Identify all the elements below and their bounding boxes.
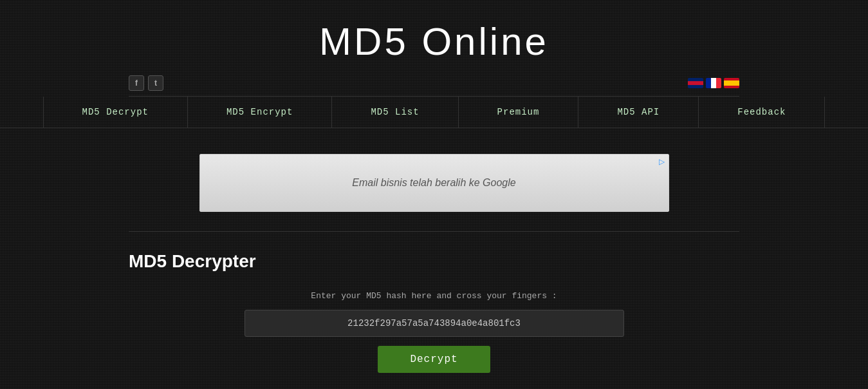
section-title: MD5 Decrypter	[129, 251, 739, 272]
flag-spanish[interactable]	[724, 78, 739, 88]
social-icons: f t	[129, 75, 163, 91]
facebook-icon[interactable]: f	[129, 75, 144, 91]
nav-md5-decrypt[interactable]: MD5 Decrypt	[43, 97, 188, 128]
ad-icon: ▷	[659, 157, 665, 166]
ad-text: Email bisnis telah beralih ke Google	[352, 177, 515, 189]
section-divider	[129, 231, 739, 232]
decrypt-form: Enter your MD5 hash here and cross your …	[129, 291, 739, 373]
header: MD5 Online	[0, 0, 868, 70]
main-content: MD5 Decrypter Enter your MD5 hash here a…	[0, 238, 868, 386]
decrypt-button[interactable]: Decrypt	[378, 346, 490, 373]
advertisement-banner: ▷ Email bisnis telah beralih ke Google	[199, 154, 669, 212]
main-nav: MD5 Decrypt MD5 Encrypt MD5 List Premium…	[0, 97, 868, 128]
form-label: Enter your MD5 hash here and cross your …	[311, 291, 557, 301]
nav-feedback[interactable]: Feedback	[699, 97, 825, 128]
nav-md5-encrypt[interactable]: MD5 Encrypt	[188, 97, 332, 128]
site-title: MD5 Online	[0, 19, 868, 64]
nav-md5-api[interactable]: MD5 API	[578, 97, 699, 128]
flag-french[interactable]	[706, 78, 721, 88]
social-bar: f t	[0, 70, 868, 96]
hash-input[interactable]	[245, 310, 624, 337]
twitter-icon[interactable]: t	[148, 75, 163, 91]
nav-md5-list[interactable]: MD5 List	[332, 97, 458, 128]
nav-premium[interactable]: Premium	[459, 97, 579, 128]
language-selector	[688, 78, 739, 88]
flag-english[interactable]	[688, 78, 703, 88]
